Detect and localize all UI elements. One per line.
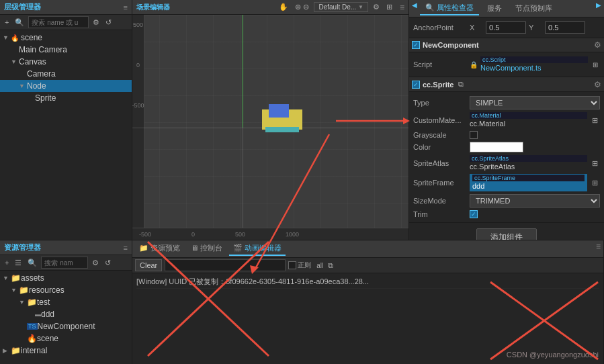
anchor-y-input[interactable] xyxy=(545,21,585,34)
tree-item-ddd[interactable]: ▬ ddd xyxy=(0,308,132,320)
add-component-btn[interactable]: 添加组件 xyxy=(476,228,537,240)
tree-item-test[interactable]: ▼ 📁 test xyxy=(0,296,132,308)
hierarchy-panel: 层级管理器 ≡ + 🔍 ⚙ ↺ ▼ 🔥 scene Ma xyxy=(0,0,132,240)
tree-item-resources[interactable]: ▼ 📁 resources xyxy=(0,284,132,296)
scene-hand-tool[interactable]: ✋ xyxy=(277,2,290,12)
anchor-x-input[interactable] xyxy=(486,21,526,34)
assets-list-btn[interactable]: ☰ xyxy=(13,258,24,268)
copy-console-btn[interactable]: ⧉ xyxy=(326,261,335,271)
custom-material-tag: cc.Material xyxy=(470,112,587,119)
sprite-frame-browse[interactable]: ⊞ xyxy=(590,178,600,188)
cc-sprite-enabled-checkbox[interactable]: ✓ xyxy=(412,81,420,89)
tab-animation[interactable]: 🎬 动画编辑器 xyxy=(229,242,286,256)
tree-item-main-camera[interactable]: Main Camera xyxy=(0,44,132,56)
cc-sprite-copy-btn[interactable]: ⧉ xyxy=(456,79,466,89)
trim-checkbox[interactable]: ✓ xyxy=(470,210,478,218)
inspector-nav-back[interactable]: ◀ xyxy=(412,1,417,15)
console-tabs-bar: 📁 资源预览 🖥 控制台 🎬 动画编辑器 ≡ xyxy=(132,240,603,258)
resources-arrow: ▼ xyxy=(11,287,19,293)
color-swatch[interactable] xyxy=(470,142,523,152)
assets-title: 资源管理器 xyxy=(4,242,41,253)
test-icon: 📁 xyxy=(27,298,37,307)
cc-sprite-gear-icon[interactable]: ⚙ xyxy=(594,80,601,89)
tree-item-internal[interactable]: ▶ 📁 internal xyxy=(0,345,132,357)
tree-item-camera[interactable]: Camera xyxy=(0,68,132,80)
ruler-vertical: 500 0 -500 xyxy=(132,15,144,228)
size-mode-select[interactable]: TRIMMED xyxy=(470,194,600,208)
hierarchy-header: 层级管理器 ≡ xyxy=(0,0,132,15)
resources-tab-icon: 📁 xyxy=(139,244,148,252)
tree-item-scene-file[interactable]: 🔥 scene xyxy=(0,332,132,345)
grayscale-checkbox[interactable] xyxy=(470,131,478,139)
console-content: [Window] UUID 已被复制：8f09662e-6305-4811-91… xyxy=(132,273,603,364)
scene-settings-btn[interactable]: ⚙ xyxy=(371,2,382,12)
tree-item-assets[interactable]: ▼ 📁 assets xyxy=(0,272,132,284)
script-browse-btn[interactable]: ⊞ xyxy=(591,60,600,69)
scene-menu-icon[interactable]: ≡ xyxy=(400,3,404,12)
tree-item-new-component[interactable]: TS NewComponent xyxy=(0,320,132,332)
custom-material-label: CustomMate... xyxy=(413,116,467,124)
tree-item-scene[interactable]: ▼ 🔥 scene xyxy=(0,32,132,44)
hierarchy-settings-btn[interactable]: ⚙ xyxy=(91,17,101,28)
hierarchy-search-btn[interactable]: 🔍 xyxy=(13,17,26,28)
tab-inspector[interactable]: 🔍 属性检查器 xyxy=(420,1,479,15)
grayscale-row: Grayscale xyxy=(413,130,600,140)
assets-menu-icon[interactable]: ≡ xyxy=(124,244,128,252)
assets-arrow: ▼ xyxy=(3,275,11,281)
filter-controls: 正则 xyxy=(288,261,311,270)
sprite-atlas-tag: cc.SpriteAtlas xyxy=(470,155,587,162)
trim-label: Trim xyxy=(413,210,467,218)
ruler-v-neg500: -500 xyxy=(132,102,144,109)
ddd-icon: ▬ xyxy=(35,311,41,318)
scene-file-label: scene xyxy=(37,334,58,343)
console-menu-icon[interactable]: ≡ xyxy=(596,242,601,256)
new-component-gear-icon[interactable]: ⚙ xyxy=(594,40,601,50)
tree-label-canvas: Canvas xyxy=(19,57,46,66)
tab-node-library[interactable]: 节点预制库 xyxy=(510,1,558,15)
hierarchy-search-input[interactable] xyxy=(28,16,89,28)
tab-console[interactable]: 🖥 控制台 xyxy=(187,242,226,256)
sprite-atlas-browse[interactable]: ⊞ xyxy=(590,158,600,169)
all-label: all xyxy=(316,262,323,269)
anchor-x-label: X xyxy=(470,24,483,32)
scene-icon: 🔥 xyxy=(11,34,19,42)
sprite-atlas-label: SpriteAtlas xyxy=(413,159,467,167)
tab-service[interactable]: 服务 xyxy=(482,1,507,15)
test-label: test xyxy=(37,298,50,307)
hierarchy-menu-icon[interactable]: ≡ xyxy=(124,3,128,11)
tree-arrow-scene: ▼ xyxy=(3,34,11,41)
clear-btn[interactable]: Clear xyxy=(135,259,162,271)
scene-editor-panel: 场景编辑器 ✋ ⊕ ⊖ Default De... ▼ ⚙ ⊞ ≡ 500 0 … xyxy=(132,0,409,240)
tree-item-canvas[interactable]: ▼ Canvas xyxy=(0,56,132,68)
inspector-tabs-bar: ◀ 🔍 属性检查器 服务 节点预制库 ▶ xyxy=(409,0,604,17)
regex-checkbox[interactable] xyxy=(288,261,296,269)
inspector-nav-forward[interactable]: ▶ xyxy=(596,1,601,15)
internal-label: internal xyxy=(21,346,47,355)
hierarchy-add-btn[interactable]: + xyxy=(3,17,11,27)
tree-item-node[interactable]: ▼ Node xyxy=(0,80,132,92)
assets-settings-btn[interactable]: ⚙ xyxy=(90,258,101,268)
scene-zoom-controls[interactable]: ⊕ ⊖ xyxy=(293,2,311,12)
assets-add-btn[interactable]: + xyxy=(3,258,11,267)
inspector-panel: ◀ 🔍 属性检查器 服务 节点预制库 ▶ AnchorPoint X Y xyxy=(409,0,604,240)
assets-refresh-btn[interactable]: ↺ xyxy=(103,258,113,268)
sprite-frame-tag: cc.SpriteFrame xyxy=(472,175,585,181)
tree-arrow-canvas: ▼ xyxy=(11,58,19,65)
tab-resources-preview[interactable]: 📁 资源预览 xyxy=(135,242,184,256)
console-filter-input[interactable] xyxy=(165,259,286,271)
tree-item-sprite[interactable]: Sprite xyxy=(0,92,132,104)
scene-file-icon: 🔥 xyxy=(27,334,37,343)
assets-search-input[interactable] xyxy=(41,257,88,269)
script-value[interactable]: NewComponent.ts xyxy=(480,64,542,72)
grayscale-label: Grayscale xyxy=(413,131,467,139)
assets-search-icon[interactable]: 🔍 xyxy=(26,258,39,268)
custom-material-browse[interactable]: ⊞ xyxy=(590,116,600,126)
hierarchy-refresh-btn[interactable]: ↺ xyxy=(103,17,114,28)
scene-default-de[interactable]: Default De... ▼ xyxy=(314,2,368,12)
scene-fullscreen-btn[interactable]: ⊞ xyxy=(384,2,394,12)
script-label: Script xyxy=(413,60,467,69)
scene-canvas[interactable]: 500 0 -500 -500 0 500 1000 xyxy=(132,15,408,240)
resources-icon: 📁 xyxy=(19,285,29,295)
new-component-enabled-checkbox[interactable]: ✓ xyxy=(412,41,420,49)
type-select[interactable]: SIMPLE xyxy=(470,96,600,109)
